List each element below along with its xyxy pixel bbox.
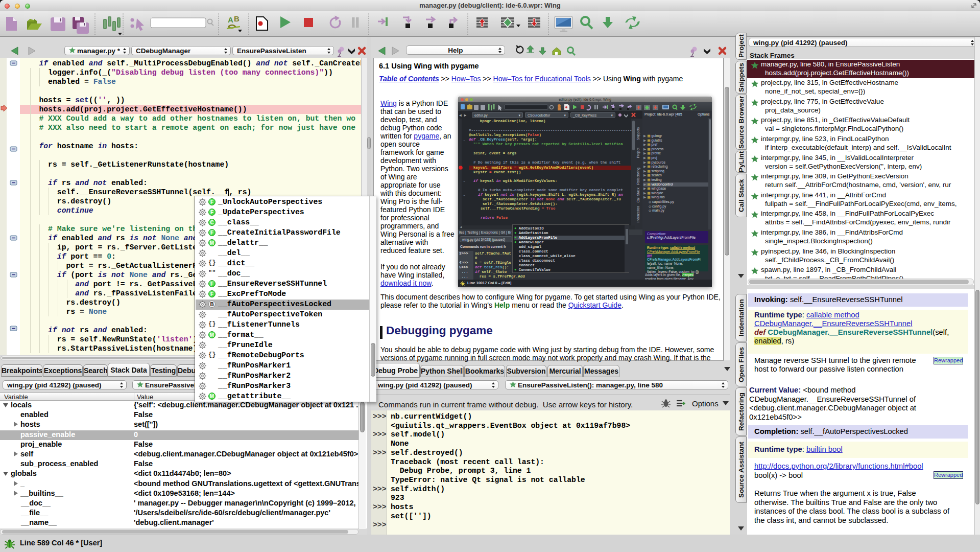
svg-text:A: A	[228, 15, 233, 24]
svg-text:B: B	[234, 14, 240, 23]
